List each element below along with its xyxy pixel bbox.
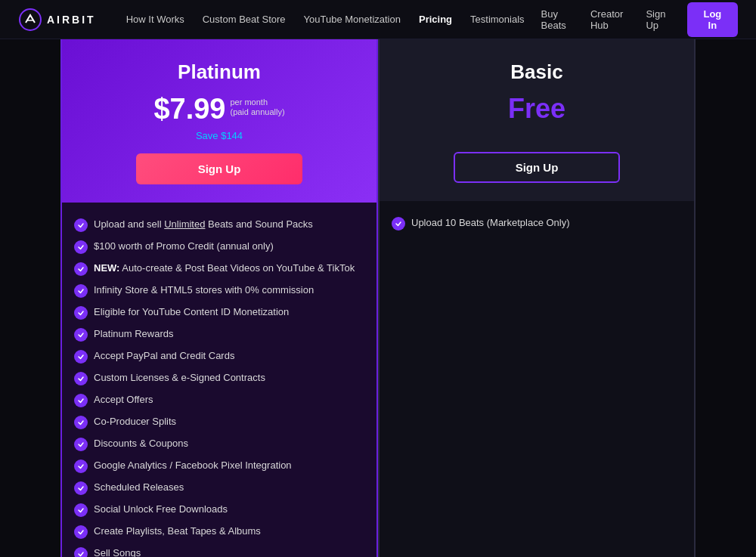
basic-check-icon-1 [392,217,405,231]
feature-text-1: Upload and sell Unlimited Beats and Soun… [94,218,313,231]
login-button[interactable]: Log In [687,2,738,37]
platinum-header: Platinum $7.99 per month (paid annually)… [62,39,376,203]
basic-price: Free [398,93,676,125]
basic-signup-button-top[interactable]: Sign Up [454,152,621,183]
feature-social-unlock: Social Unlock Free Downloads [74,503,364,517]
nav-creator-hub[interactable]: Creator Hub [583,8,635,31]
basic-title: Basic [398,60,676,84]
feature-text-16: Sell Songs [94,546,141,557]
feature-text-11: Discounts & Coupons [94,437,188,450]
feature-text-8: Custom Licenses & e-Signed Contracts [94,371,265,385]
feature-infinity-store: Infinity Store & HTML5 stores with 0% co… [74,283,364,298]
check-icon-3 [74,262,88,276]
check-icon-12 [74,460,88,473]
navbar: AIRBIT How It Works Custom Beat Store Yo… [0,0,756,39]
nav-youtube-monetization[interactable]: YouTube Monetization [295,14,410,25]
feature-promo-credit: $100 worth of Promo Credit (annual only) [74,240,364,254]
feature-text-10: Co-Producer Splits [94,415,176,429]
check-icon-7 [74,350,88,364]
feature-upload-unlimited: Upload and sell Unlimited Beats and Soun… [74,218,364,232]
feature-text-13: Scheduled Releases [94,481,184,494]
platinum-per-month: per month [230,97,268,107]
logo-text: AIRBIT [47,14,96,26]
svg-point-0 [20,9,41,30]
nav-sign-up[interactable]: Sign Up [638,8,677,31]
airbit-logo-icon [18,8,42,32]
basic-header: Basic Free Sign Up [380,39,694,201]
nav-links-right: Buy Beats Creator Hub Sign Up Log In [534,2,738,37]
feature-analytics: Google Analytics / Facebook Pixel Integr… [74,459,364,473]
feature-scheduled-releases: Scheduled Releases [74,481,364,495]
check-icon-6 [74,328,88,342]
platinum-price-row: $7.99 per month (paid annually) [80,93,358,125]
feature-text-9: Accept Offers [94,393,153,407]
feature-custom-licenses: Custom Licenses & e-Signed Contracts [74,371,364,385]
check-icon-8 [74,372,88,385]
check-icon-14 [74,503,88,517]
feature-playlists: Create Playlists, Beat Tapes & Albums [74,525,364,539]
check-icon-5 [74,306,88,320]
feature-sell-songs: Sell Songs [74,546,364,557]
platinum-save: Save $144 [80,130,358,141]
check-icon-16 [74,547,88,557]
check-icon-1 [74,218,88,232]
feature-accept-offers: Accept Offers [74,393,364,407]
basic-card: Basic Free Sign Up Upload 10 Beats (Mark… [378,39,696,557]
feature-platinum-rewards: Platinum Rewards [74,327,364,342]
platinum-paid-annually: (paid annually) [230,107,284,117]
nav-pricing[interactable]: Pricing [410,14,461,25]
feature-text-7: Accept PayPal and Credit Cards [94,349,234,363]
basic-feature-text-1: Upload 10 Beats (Marketplace Only) [411,216,570,230]
platinum-price-amount: $7.99 [153,93,225,125]
check-icon-13 [74,481,88,495]
check-icon-2 [74,240,88,254]
feature-youtube-content-id: Eligible for YouTube Content ID Monetiza… [74,305,364,320]
logo[interactable]: AIRBIT [18,8,96,32]
platinum-card: Platinum $7.99 per month (paid annually)… [60,39,378,557]
main-content: Platinum $7.99 per month (paid annually)… [0,39,756,557]
check-icon-4 [74,284,88,298]
feature-text-15: Create Playlists, Beat Tapes & Albums [94,525,261,538]
platinum-title: Platinum [80,60,358,84]
platinum-signup-button-top[interactable]: Sign Up [136,153,303,184]
nav-custom-beat-store[interactable]: Custom Beat Store [194,14,295,25]
platinum-features: Upload and sell Unlimited Beats and Soun… [62,203,376,557]
basic-features: Upload 10 Beats (Marketplace Only) [380,201,694,557]
feature-upload-10: Upload 10 Beats (Marketplace Only) [392,216,682,231]
feature-text-2: $100 worth of Promo Credit (annual only) [94,240,274,253]
pricing-cards: Platinum $7.99 per month (paid annually)… [60,39,696,557]
feature-text-4: Infinity Store & HTML5 stores with 0% co… [94,283,314,297]
check-icon-15 [74,525,88,539]
feature-text-14: Social Unlock Free Downloads [94,503,228,516]
check-icon-10 [74,416,88,429]
nav-buy-beats[interactable]: Buy Beats [534,8,580,31]
check-icon-9 [74,394,88,407]
feature-discounts-coupons: Discounts & Coupons [74,437,364,451]
feature-text-3: NEW: Auto-create & Post Beat Videos on Y… [94,261,355,275]
feature-text-6: Platinum Rewards [94,327,174,341]
nav-links-left: How It Works Custom Beat Store YouTube M… [117,14,534,25]
feature-auto-create: NEW: Auto-create & Post Beat Videos on Y… [74,261,364,276]
feature-co-producer-splits: Co-Producer Splits [74,415,364,429]
nav-how-it-works[interactable]: How It Works [117,14,194,25]
check-icon-11 [74,438,88,451]
feature-paypal-cards: Accept PayPal and Credit Cards [74,349,364,364]
nav-testimonials[interactable]: Testimonials [461,14,534,25]
feature-text-12: Google Analytics / Facebook Pixel Integr… [94,459,292,472]
feature-text-5: Eligible for YouTube Content ID Monetiza… [94,305,289,319]
platinum-price-details: per month (paid annually) [230,93,284,117]
